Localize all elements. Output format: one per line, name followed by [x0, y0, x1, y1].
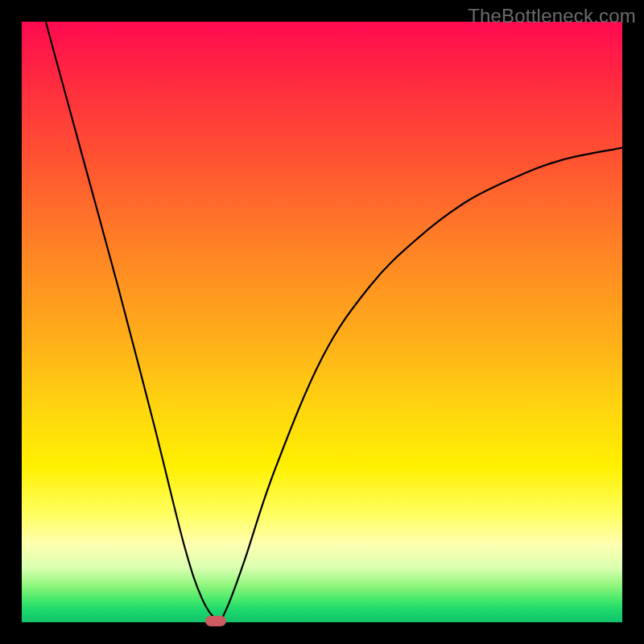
optimal-point-marker — [205, 616, 226, 626]
bottleneck-curve — [22, 22, 622, 622]
chart-plot-area — [22, 22, 622, 622]
watermark-text: TheBottleneck.com — [468, 5, 636, 27]
